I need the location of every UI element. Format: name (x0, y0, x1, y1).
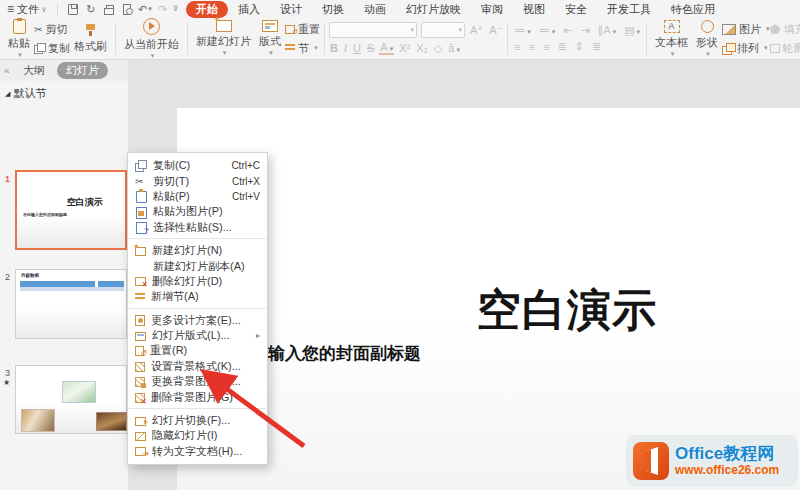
font-size-select[interactable] (421, 22, 465, 38)
menu-item-hide-slide[interactable]: 隐藏幻灯片(I) (128, 428, 267, 443)
play-from-current-button[interactable]: 从当前开始 (120, 19, 183, 59)
menu-item-format-background[interactable]: 设置背景格式(K)... (128, 359, 267, 374)
menu-item-reset[interactable]: 重置(R) (128, 343, 267, 358)
fill-button[interactable]: 填充 (770, 22, 800, 37)
menu-item-change-background-picture[interactable]: 更换背景图片(B)... (128, 374, 267, 389)
columns-icon[interactable]: ▤ (622, 24, 642, 37)
subscript-button[interactable]: X₂ (415, 42, 429, 54)
paste-button[interactable]: 粘贴 (4, 19, 34, 59)
section-row[interactable]: ◢ 默认节 (0, 81, 128, 101)
context-menu: 复制(C) Ctrl+C 剪切(T) Ctrl+X 粘贴(P) Ctrl+V 粘… (127, 152, 268, 465)
italic-button[interactable]: I (343, 42, 348, 54)
divider (57, 4, 58, 15)
menu-item-convert-to-text-document[interactable]: 转为文字文档(H)... (128, 444, 267, 459)
copy-button[interactable]: 复制 (34, 41, 70, 56)
menu-item-duplicate-slide[interactable]: 新建幻灯片副本(A) (128, 258, 267, 273)
menu-item-slide-transition[interactable]: 幻灯片切换(F)... (128, 413, 267, 428)
undo-icon[interactable]: ↶▾ (138, 3, 152, 16)
align-left-icon[interactable]: ≡ (512, 41, 522, 53)
tab-transition[interactable]: 切换 (312, 1, 354, 18)
format-painter-button[interactable]: 格式刷 (70, 19, 111, 59)
outline-button[interactable]: 轮廓 (770, 41, 800, 56)
tab-security[interactable]: 安全 (555, 1, 597, 18)
file-menu[interactable]: ≡ 文件 ∨ (7, 2, 47, 17)
tab-slides[interactable]: 幻灯片 (57, 62, 108, 79)
menu-item-paste-as-picture[interactable]: 粘贴为图片(P) (128, 204, 267, 219)
menu-item-more-designs[interactable]: 更多设计方案(E)... (128, 313, 267, 328)
tab-animation[interactable]: 动画 (354, 1, 396, 18)
print-preview-icon[interactable] (120, 3, 134, 16)
tab-insert[interactable]: 插入 (228, 1, 270, 18)
collapse-panel-icon[interactable]: « (4, 65, 10, 76)
menu-item-copy[interactable]: 复制(C) Ctrl+C (128, 158, 267, 173)
decrease-indent-icon[interactable]: ⇤ (561, 24, 574, 37)
redo-icon[interactable]: ↷ (156, 3, 170, 16)
increase-indent-icon[interactable]: ⇥ (579, 24, 592, 37)
section-button[interactable]: 节 (285, 41, 320, 56)
textbox-button[interactable]: A 文本框 (651, 19, 692, 59)
paste-icon (13, 19, 26, 34)
tab-devtools[interactable]: 开发工具 (597, 1, 661, 18)
numbering-icon[interactable]: ≕ (537, 24, 558, 37)
menu-item-delete-slide[interactable]: 删除幻灯片(D) (128, 274, 267, 289)
slide-layout-button[interactable]: 版式 (255, 19, 285, 59)
text-direction-icon[interactable]: ∥A (596, 24, 618, 37)
menu-item-paste-special[interactable]: 选择性粘贴(S)... (128, 220, 267, 235)
slide-title-text: 空白演示 (477, 281, 657, 340)
panel-tabs: « 大纲 幻灯片 (0, 60, 128, 81)
chevron-down-icon: ∨ (41, 5, 47, 14)
slide-3-number: 3 (5, 368, 10, 378)
print-icon[interactable] (102, 3, 116, 16)
char-shading-button[interactable]: ā (447, 42, 461, 54)
slide-1-thumbnail[interactable]: 空白演示 在此输入您的封面副标题 (15, 170, 127, 250)
font-name-select[interactable] (329, 22, 417, 38)
align-right-icon[interactable]: ≡ (541, 41, 551, 53)
wps-presentation-window: ≡ 文件 ∨ ↻ ↶▾ ↷ ⊽ 开始 插入 设计 切换 动画 幻灯片放映 审阅 … (0, 0, 800, 490)
new-slide-label: 新建幻灯片 (196, 34, 251, 49)
tab-home[interactable]: 开始 (186, 1, 228, 18)
tab-special-apps[interactable]: 特色应用 (661, 1, 725, 18)
superscript-button[interactable]: X² (398, 42, 411, 54)
clear-format-button[interactable]: ◇ (433, 42, 443, 55)
distribute-icon[interactable]: ≣ (590, 40, 603, 53)
menu-item-add-section[interactable]: 新增节(A) (128, 289, 267, 304)
new-slide-icon (135, 247, 146, 256)
slide-3-thumbnail[interactable] (15, 365, 127, 434)
output-icon[interactable]: ↻ (84, 3, 98, 16)
slide-2-thumbnail[interactable]: 目标数据 (15, 269, 127, 339)
bullets-icon[interactable]: ≔ (512, 24, 533, 37)
slide-subtitle-text: 输入您的封面副标题 (268, 342, 421, 365)
watermark-url: www.office26.com (675, 464, 779, 477)
cut-button[interactable]: 剪切 (34, 22, 70, 37)
arrange-button[interactable]: 排列 (722, 41, 770, 56)
picture-button[interactable]: 图片 (722, 22, 770, 37)
grow-font-button[interactable]: A⁺ (469, 24, 484, 37)
save-icon[interactable] (66, 3, 80, 16)
font-color-button[interactable]: A (379, 41, 394, 55)
tab-outline[interactable]: 大纲 (23, 63, 45, 78)
customize-toolbar-icon[interactable]: ⊽ (173, 5, 178, 13)
tab-slideshow[interactable]: 幻灯片放映 (396, 1, 471, 18)
paragraph-group: ≔ ≕ ⇤ ⇥ ∥A ▤ ≡ ≡ ≡ ≣ ⇕ ≣ (512, 19, 642, 59)
tab-design[interactable]: 设计 (270, 1, 312, 18)
tab-view[interactable]: 视图 (513, 1, 555, 18)
justify-icon[interactable]: ≣ (556, 40, 569, 53)
menu-item-paste[interactable]: 粘贴(P) Ctrl+V (128, 189, 267, 204)
bold-button[interactable]: B (329, 42, 339, 54)
paste-label: 粘贴 (8, 36, 30, 51)
menu-item-cut[interactable]: 剪切(T) Ctrl+X (128, 173, 267, 188)
shapes-button[interactable]: 形状 (692, 19, 722, 59)
reset-button[interactable]: 重置 (285, 22, 320, 37)
format-background-icon (135, 362, 145, 372)
menu-item-new-slide[interactable]: 新建幻灯片(N) (128, 243, 267, 258)
new-slide-button[interactable]: 新建幻灯片 (192, 19, 255, 59)
underline-button[interactable]: U (352, 42, 362, 54)
tab-review[interactable]: 审阅 (471, 1, 513, 18)
strikethrough-button[interactable]: S (366, 42, 375, 54)
align-center-icon[interactable]: ≡ (527, 41, 537, 53)
menu-item-delete-background-picture[interactable]: 删除背景图片(G) (128, 389, 267, 404)
shrink-font-button[interactable]: A⁻ (488, 24, 503, 37)
brush-icon (84, 23, 98, 37)
menu-item-slide-layout[interactable]: 幻灯片版式(L)... ▸ (128, 328, 267, 343)
line-spacing-icon[interactable]: ⇕ (573, 40, 586, 53)
